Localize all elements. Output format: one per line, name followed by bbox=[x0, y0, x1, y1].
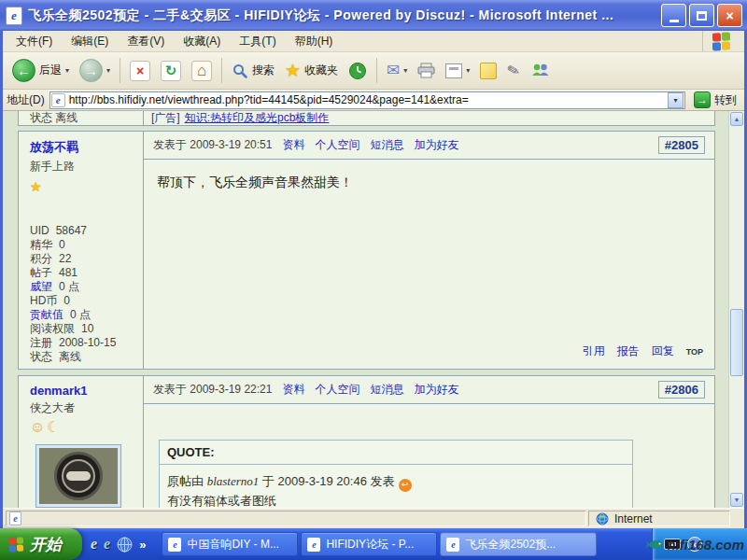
stat-label-link[interactable]: 威望 bbox=[30, 280, 52, 293]
toolbar-separator bbox=[120, 58, 120, 83]
status-bar: e Internet bbox=[3, 508, 744, 528]
quote-block: QUOTE: 原帖由 blasterno1 于 2009-3-19 20:46 … bbox=[159, 440, 633, 508]
post-time: 发表于 2009-3-19 20:51 bbox=[153, 137, 272, 153]
mail-caret-icon: ▾ bbox=[403, 66, 407, 75]
go-button[interactable]: → 转到 bbox=[690, 91, 740, 108]
quick-launch-globe-icon[interactable] bbox=[117, 537, 133, 553]
rank-star-icon: ★ bbox=[30, 179, 139, 194]
menu-favorites[interactable]: 收藏(A) bbox=[175, 32, 229, 51]
space-link[interactable]: 个人空间 bbox=[315, 382, 359, 398]
back-button[interactable]: ← 后退 ▾ bbox=[8, 57, 73, 84]
menu-tools[interactable]: 工具(T) bbox=[231, 32, 284, 51]
previous-post-row: 状态 离线 [广告] 知识:热转印及感光pcb板制作 bbox=[18, 111, 715, 126]
author-medals: ☺ ☾ bbox=[30, 420, 139, 435]
task-buttons: e 中国音响DIY - M... e HIFIDIY论坛 - P... e 飞乐… bbox=[162, 532, 597, 556]
quote-backlink-icon[interactable]: ↩ bbox=[399, 479, 412, 492]
scrollbar-thumb[interactable] bbox=[730, 309, 743, 376]
author-link[interactable]: denmark1 bbox=[30, 384, 139, 398]
add-friend-link[interactable]: 加为好友 bbox=[414, 137, 458, 153]
stop-button[interactable]: × bbox=[126, 59, 154, 83]
print-icon bbox=[417, 63, 435, 78]
reply-link[interactable]: 回复 bbox=[652, 343, 674, 359]
keyboard-tray-icon[interactable] bbox=[664, 539, 681, 550]
favorites-button[interactable]: ★ 收藏夹 bbox=[281, 60, 342, 81]
stat-label-link[interactable]: 贡献值 bbox=[30, 308, 63, 321]
stat-value: 2008-10-15 bbox=[59, 336, 116, 349]
ad-link[interactable]: 知识:热转印及感光pcb板制作 bbox=[185, 111, 330, 126]
post-2805-footer: 引用 报告 回复 TOP bbox=[144, 343, 714, 369]
close-button[interactable]: × bbox=[717, 4, 742, 27]
refresh-button[interactable]: ↻ bbox=[157, 59, 185, 83]
maximize-button[interactable] bbox=[689, 4, 714, 27]
ad-tag: [广告] bbox=[151, 111, 180, 126]
space-link[interactable]: 个人空间 bbox=[315, 137, 359, 153]
profile-link[interactable]: 资料 bbox=[282, 137, 304, 153]
discuss-button[interactable] bbox=[476, 61, 500, 81]
task-button-2[interactable]: e HIFIDIY论坛 - P... bbox=[301, 532, 437, 556]
quote-body: 原帖由 blasterno1 于 2009-3-19 20:46 发表↩ 有没有… bbox=[160, 465, 632, 508]
vertical-scrollbar[interactable]: ▲ ▼ bbox=[728, 111, 744, 508]
post-2806-body: QUOTE: 原帖由 blasterno1 于 2009-3-19 20:46 … bbox=[144, 404, 714, 508]
add-friend-link[interactable]: 加为好友 bbox=[414, 382, 458, 398]
post-number-badge[interactable]: #2806 bbox=[658, 381, 705, 399]
tool-pencil-button[interactable]: ✎ bbox=[503, 60, 523, 81]
author-stats: UID58647 精华0 积分22 帖子481 威望0 点 HD币0 贡献值0 … bbox=[30, 224, 139, 364]
scroll-down-button[interactable]: ▼ bbox=[730, 493, 743, 507]
menu-file[interactable]: 文件(F) bbox=[7, 32, 61, 51]
menu-edit[interactable]: 编辑(E) bbox=[63, 32, 117, 51]
quick-launch-more-icon[interactable]: » bbox=[139, 538, 146, 552]
scroll-up-button[interactable]: ▲ bbox=[730, 112, 743, 126]
address-dropdown-button[interactable]: ▾ bbox=[668, 92, 684, 108]
edit-caret-icon: ▾ bbox=[466, 66, 470, 75]
toolbar-separator bbox=[221, 58, 222, 83]
post-2805: 放荡不羁 新手上路 ★ UID58647 精华0 积分22 帖子481 威望0 … bbox=[18, 131, 715, 370]
status-page-icon: e bbox=[9, 511, 21, 525]
author-rank: 新手上路 bbox=[30, 159, 139, 175]
mail-button[interactable]: ✉ ▾ bbox=[383, 61, 411, 80]
post-2805-author-panel: 放荡不羁 新手上路 ★ UID58647 精华0 积分22 帖子481 威望0 … bbox=[19, 132, 144, 369]
post-2806: denmark1 侠之大者 ☺ ☾ bbox=[18, 375, 715, 508]
post-2805-body: 帮顶下，飞乐全频声音果然甜美！ bbox=[144, 160, 714, 343]
system-tray: ‹ bbox=[652, 528, 747, 560]
quote-title: QUOTE: bbox=[160, 441, 632, 465]
address-input[interactable]: e http://bbs.hifidiy.net/viewthread.php?… bbox=[49, 91, 685, 109]
history-button[interactable] bbox=[345, 60, 371, 82]
pm-link[interactable]: 短消息 bbox=[370, 382, 403, 398]
quote-link[interactable]: 引用 bbox=[583, 343, 605, 359]
page-content: 状态 离线 [广告] 知识:热转印及感光pcb板制作 放荡不羁 新手上路 ★ U… bbox=[3, 111, 744, 508]
quote-text: 有没有箱体或者图纸 bbox=[167, 494, 276, 508]
taskbar: 开始 e e » e 中国音响DIY - M... e HIFIDIY论坛 - … bbox=[0, 528, 747, 560]
author-link[interactable]: 放荡不羁 bbox=[30, 139, 139, 156]
print-button[interactable] bbox=[414, 61, 439, 80]
messenger-button[interactable] bbox=[527, 61, 554, 80]
pm-link[interactable]: 短消息 bbox=[370, 137, 403, 153]
task-label: 飞乐全频2502预... bbox=[465, 537, 556, 553]
edit-page-button[interactable]: ▾ bbox=[442, 62, 473, 80]
browser-window: 文件(F) 编辑(E) 查看(V) 收藏(A) 工具(T) 帮助(H) ← 后退… bbox=[0, 31, 747, 528]
address-page-icon: e bbox=[51, 93, 65, 107]
quick-launch-ie-icon[interactable]: e bbox=[91, 536, 97, 553]
hide-icons-chevron[interactable]: ‹ bbox=[687, 537, 702, 552]
post-number-badge[interactable]: #2805 bbox=[658, 136, 705, 154]
task-button-3-active[interactable]: e 飞乐全频2502预... bbox=[440, 532, 597, 556]
status-zone-panel: Internet bbox=[588, 511, 730, 526]
stat-value: 0 点 bbox=[70, 308, 91, 321]
title-bar: e 飞乐全频2502预定 - 二手&交易区 - HIFIDIY论坛 - Powe… bbox=[0, 0, 747, 31]
search-button[interactable]: 搜索 bbox=[228, 61, 278, 81]
discuss-note-icon bbox=[480, 63, 497, 79]
stat-value: 22 bbox=[59, 252, 71, 265]
task-button-1[interactable]: e 中国音响DIY - M... bbox=[162, 532, 298, 556]
stat-value: 0 bbox=[63, 294, 70, 307]
quick-launch-browser-icon[interactable]: e bbox=[104, 536, 110, 553]
top-link[interactable]: TOP bbox=[686, 347, 703, 357]
report-link[interactable]: 报告 bbox=[617, 343, 640, 359]
home-button[interactable]: ⌂ bbox=[188, 59, 216, 83]
menu-view[interactable]: 查看(V) bbox=[119, 32, 173, 51]
minimize-button[interactable] bbox=[661, 4, 686, 27]
menu-help[interactable]: 帮助(H) bbox=[287, 32, 342, 51]
start-windows-flag-icon bbox=[9, 537, 23, 552]
forward-button[interactable]: → ▾ bbox=[76, 57, 114, 84]
profile-link[interactable]: 资料 bbox=[282, 382, 304, 398]
start-button[interactable]: 开始 bbox=[0, 528, 82, 560]
stop-icon: × bbox=[130, 61, 150, 81]
